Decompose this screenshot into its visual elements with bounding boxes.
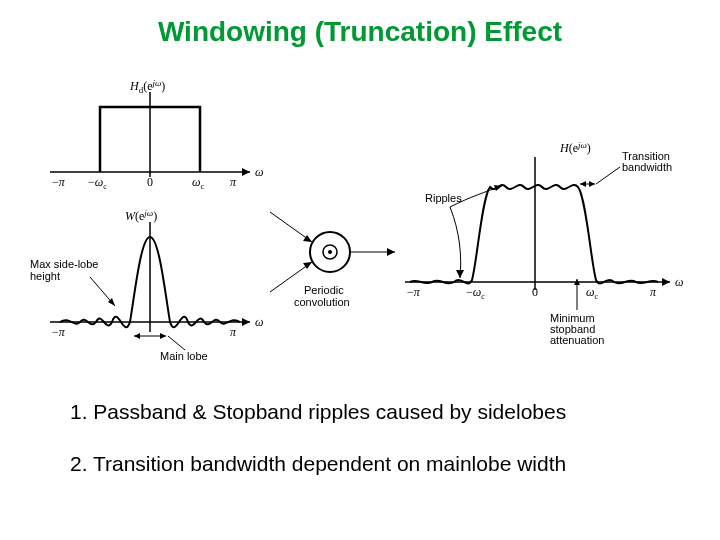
transition-bw-label: Transition bandwidth bbox=[622, 150, 673, 173]
svg-marker-25 bbox=[456, 270, 464, 278]
tick-pi: π bbox=[230, 175, 237, 189]
svg-marker-10 bbox=[160, 333, 166, 339]
tick-pi-2: π bbox=[230, 325, 237, 339]
ideal-y-label: Hd(ejω) bbox=[129, 78, 165, 95]
mainlobe-label: Main lobe width bbox=[159, 350, 211, 362]
tick-neg-pi: −π bbox=[52, 175, 66, 189]
tick-zero-3: 0 bbox=[532, 285, 538, 299]
window-y-label: W(ejω) bbox=[125, 208, 157, 223]
window-spectrum-plot: W(ejω) Max side-lobe height Main lobe wi… bbox=[30, 208, 263, 362]
tick-wc-3: ωc bbox=[586, 285, 598, 301]
ripples-label: Ripples bbox=[425, 192, 462, 204]
tick-neg-wc: −ωc bbox=[88, 175, 107, 191]
svg-marker-4 bbox=[242, 318, 250, 326]
bullet-list: 1. Passband & Stopband ripples caused by… bbox=[70, 400, 670, 504]
tick-neg-pi-3: −π bbox=[407, 285, 421, 299]
resulting-response-plot: H(ejω) Ripples Transition bandwidth Mini… bbox=[405, 140, 683, 346]
svg-line-11 bbox=[168, 336, 185, 350]
tick-wc: ωc bbox=[192, 175, 204, 191]
svg-point-14 bbox=[328, 250, 332, 254]
svg-marker-20 bbox=[387, 248, 395, 256]
svg-marker-22 bbox=[662, 278, 670, 286]
ideal-response-plot: Hd(ejω) −π −ωc 0 ωc π ω bbox=[50, 78, 263, 191]
svg-marker-24 bbox=[494, 185, 502, 191]
tick-zero: 0 bbox=[147, 175, 153, 189]
page-title: Windowing (Truncation) Effect bbox=[0, 16, 720, 48]
x-axis-omega: ω bbox=[255, 165, 263, 179]
windowing-diagram: Hd(ejω) −π −ωc 0 ωc π ω W(ejω) Max side-… bbox=[30, 72, 690, 362]
bullet-item-2: 2. Transition bandwidth dependent on mai… bbox=[70, 452, 670, 476]
svg-marker-27 bbox=[580, 181, 586, 187]
x-axis-omega-2: ω bbox=[255, 315, 263, 329]
tick-neg-wc-3: −ωc bbox=[466, 285, 485, 301]
diagram-panel: Hd(ejω) −π −ωc 0 ωc π ω W(ejω) Max side-… bbox=[30, 72, 690, 362]
min-stopband-label: Minimum stopband attenuation bbox=[550, 312, 604, 346]
x-axis-omega-3: ω bbox=[675, 275, 683, 289]
svg-marker-1 bbox=[242, 168, 250, 176]
periodic-convolution-symbol: Periodic convolution bbox=[270, 212, 395, 308]
svg-line-29 bbox=[596, 167, 620, 184]
result-y-label: H(ejω) bbox=[559, 140, 591, 155]
svg-marker-9 bbox=[134, 333, 140, 339]
svg-marker-28 bbox=[589, 181, 595, 187]
bullet-item-1: 1. Passband & Stopband ripples caused by… bbox=[70, 400, 670, 424]
tick-neg-pi-2: −π bbox=[52, 325, 66, 339]
periodic-conv-label: Periodic convolution bbox=[294, 284, 350, 308]
tick-pi-3: π bbox=[650, 285, 657, 299]
